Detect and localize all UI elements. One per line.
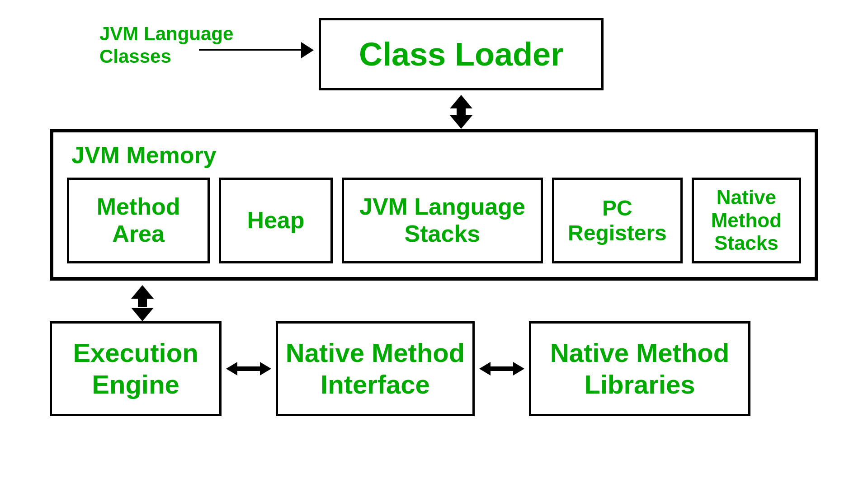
svg-marker-0 <box>450 95 472 108</box>
execution-engine-label: ExecutionEngine <box>73 337 198 400</box>
svg-marker-9 <box>479 362 491 375</box>
pc-registers-box: PCRegisters <box>552 178 682 263</box>
h-double-arrow-svg <box>226 357 271 380</box>
svg-marker-6 <box>226 362 237 375</box>
vertical-double-arrow <box>445 95 477 129</box>
diagram-container: JVM Language Classes Class Loader JVM Me… <box>0 0 868 488</box>
jvm-stacks-box: JVM LanguageStacks <box>342 178 543 263</box>
native-interface-box: Native MethodInterface <box>276 321 475 416</box>
svg-marker-5 <box>131 308 154 321</box>
method-area-label: MethodArea <box>97 193 180 248</box>
memory-boxes: MethodArea Heap JVM LanguageStacks PCReg… <box>67 178 801 263</box>
top-section: JVM Language Classes Class Loader <box>27 14 841 95</box>
pc-registers-label: PCRegisters <box>568 196 667 245</box>
native-interface-label: Native MethodInterface <box>286 337 465 400</box>
arrow-interface-to-libraries <box>475 357 529 380</box>
svg-marker-11 <box>513 362 524 375</box>
jvm-language-label: JVM Language Classes <box>99 23 233 68</box>
svg-marker-8 <box>260 362 271 375</box>
native-stacks-label: NativeMethodStacks <box>711 186 782 255</box>
jvm-stacks-label: JVM LanguageStacks <box>359 193 525 248</box>
svg-rect-10 <box>490 366 514 371</box>
native-stacks-box: NativeMethodStacks <box>692 178 801 263</box>
heap-label: Heap <box>247 207 304 234</box>
bottom-section: ExecutionEngine Native MethodInterface <box>50 285 818 416</box>
bottom-boxes: ExecutionEngine Native MethodInterface <box>50 321 818 416</box>
svg-rect-7 <box>236 366 261 371</box>
svg-marker-2 <box>450 115 472 129</box>
native-libraries-label: Native MethodLibraries <box>550 337 729 400</box>
class-loader-box: Class Loader <box>319 18 604 90</box>
method-area-box: MethodArea <box>67 178 210 263</box>
svg-rect-4 <box>138 298 147 307</box>
jvm-memory-title: JVM Memory <box>67 141 801 169</box>
vertical-arrow-section <box>77 95 845 129</box>
jvm-memory-section: JVM Memory MethodArea Heap JVM LanguageS… <box>50 129 818 281</box>
class-loader-label: Class Loader <box>359 36 563 73</box>
heap-box: Heap <box>219 178 333 263</box>
arrow-to-classloader-line <box>199 49 303 51</box>
arrow-exec-to-interface <box>222 357 276 380</box>
native-libraries-box: Native MethodLibraries <box>529 321 750 416</box>
down-double-arrow <box>127 285 158 321</box>
svg-marker-3 <box>131 285 154 299</box>
down-arrow-container <box>127 285 158 321</box>
execution-engine-box: ExecutionEngine <box>50 321 222 416</box>
arrow-to-classloader-head <box>301 42 314 58</box>
h-double-arrow-svg-2 <box>479 357 524 380</box>
